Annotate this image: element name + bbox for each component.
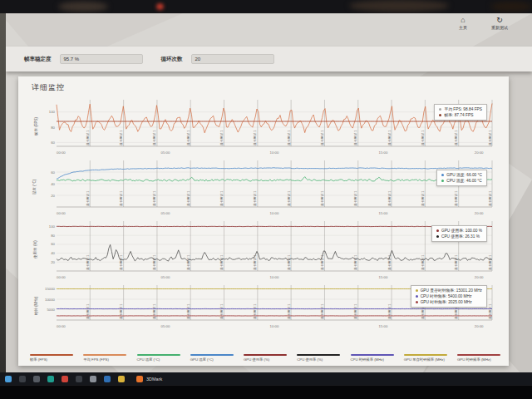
legend-label: 平均 FPS: 98.84 FPS [444,106,482,112]
series-color-bar [404,354,447,357]
taskbar-app-icon-6[interactable] [90,376,96,382]
svg-text:10000: 10000 [45,298,56,302]
svg-text:20: 20 [51,260,55,264]
background-blur [349,0,449,12]
svg-text:显卡测试 1: 显卡测试 1 [152,191,156,206]
taskbar-3dmark-button[interactable]: 3DMark [132,373,166,386]
usage-chart-plot: 20406080100显卡测试 1显卡测试 1显卡测试 1显卡测试 1显卡测试 … [38,219,495,280]
feedback-button[interactable]: ✉ 反馈 [524,16,532,30]
framerate-chart-legend: 平均 FPS: 98.84 FPS帧率: 87.74 FPS [434,104,487,121]
loop-count-label: 循环次数 [161,56,183,63]
loop-count-value[interactable]: 20 [191,54,274,64]
series-strip-label: 平均 FPS (FPS) [83,357,109,362]
svg-text:10:00: 10:00 [270,324,279,328]
svg-text:显卡测试 1: 显卡测试 1 [287,191,291,206]
svg-text:15:00: 15:00 [379,150,388,155]
svg-text:40: 40 [51,251,55,255]
series-color-bar [137,354,180,357]
svg-text:10:00: 10:00 [270,275,279,279]
svg-text:显卡测试 1: 显卡测试 1 [320,191,324,206]
svg-text:60: 60 [51,170,55,175]
svg-text:显卡测试 1: 显卡测试 1 [421,255,425,270]
svg-text:显卡测试 1: 显卡测试 1 [353,304,357,319]
svg-text:显卡测试 1: 显卡测试 1 [152,304,156,319]
legend-dot [416,301,418,303]
svg-text:显卡测试 1: 显卡测试 1 [219,304,224,319]
legend-label: CPU 时钟频率: 5400.00 MHz [421,293,472,299]
svg-text:00:00: 00:00 [57,150,66,155]
monitor-bezel [0,386,532,399]
windows-taskbar: 3DMark [0,372,532,386]
svg-text:10:00: 10:00 [270,211,279,215]
legend-dot [416,289,418,292]
taskbar-app-icon-2[interactable] [33,376,40,382]
svg-text:显卡测试 1: 显卡测试 1 [86,191,90,206]
usage-chart: 使用率 (%)20406080100显卡测试 1显卡测试 1显卡测试 1显卡测试… [30,219,497,280]
legend-dot [439,108,441,111]
svg-text:显卡测试 1: 显卡测试 1 [387,304,392,319]
svg-text:显卡测试 1: 显卡测试 1 [488,304,492,319]
series-strip-label: CPU 使用率 (%) [297,357,323,362]
legend-entry: CPU 时钟频率: 5400.00 MHz [416,293,482,299]
series-strip-item: 平均 FPS (FPS) [83,354,126,362]
svg-text:5000: 5000 [47,308,55,312]
svg-text:显卡测试 1: 显卡测试 1 [353,191,357,206]
usage-chart-y-axis-label: 使用率 (%) [33,240,37,259]
taskbar-app-icon-8[interactable] [118,376,125,382]
series-strip-item: GPU 温度 (°C) [190,354,234,362]
framerate-chart-y-axis-label: 帧率 (FPS) [34,117,38,135]
taskbar-app-icon-5[interactable] [76,376,82,382]
series-strip-item: CPU 时钟频率 (MHz) [351,354,394,362]
retest-button[interactable]: ↻ 重新测试 [487,16,512,30]
panel-title: 详细监控 [32,82,497,93]
legend-entry: GPU 使用率: 100.00 % [436,228,482,234]
svg-text:20:00: 20:00 [475,275,484,279]
legend-label: GPU 使用率: 100.00 % [441,228,482,234]
temperature-chart-plot: 204060显卡测试 1显卡测试 1显卡测试 1显卡测试 1显卡测试 1显卡测试… [38,158,495,216]
svg-text:显卡测试 1: 显卡测试 1 [152,255,156,270]
legend-dot [441,174,444,176]
temperature-chart-legend: GPU 温度: 66.00 °CCPU 温度: 46.00 °C [436,170,487,186]
loop-count-field: 循环次数 20 [161,54,274,64]
series-strip-label: GPU 使用率 (%) [244,357,269,362]
legend-entry: CPU 使用率: 26.31 % [436,234,482,239]
series-strip-label: CPU 温度 (°C) [137,357,160,362]
taskbar-app-icon-7[interactable] [104,376,111,382]
svg-text:显卡测试 1: 显卡测试 1 [320,304,324,319]
series-strip-label: GPU 温度 (°C) [190,357,214,362]
framerate-stability-value[interactable]: 95.7 % [60,54,143,64]
detailed-monitoring-panel: 详细监控 帧率 (FPS)6080100显卡测试 1显卡测试 1显卡测试 1显卡… [18,76,509,366]
taskbar-app-icon-1[interactable] [19,376,26,382]
series-legend-strip: 帧率 (FPS)平均 FPS (FPS)CPU 温度 (°C)GPU 温度 (°… [30,354,500,362]
svg-text:显卡测试 1: 显卡测试 1 [219,255,224,270]
temperature-chart: 温度 (°C)204060显卡测试 1显卡测试 1显卡测试 1显卡测试 1显卡测… [30,158,497,216]
framerate-stability-field: 帧率稳定度 95.7 % [24,54,143,64]
svg-text:显卡测试 1: 显卡测试 1 [119,191,123,206]
svg-text:显卡测试 1: 显卡测试 1 [488,191,492,206]
legend-label: GPU 温度: 66.00 °C [446,172,482,178]
svg-text:显卡测试 1: 显卡测试 1 [219,131,224,145]
background-blur [490,2,532,12]
taskbar-app-icon-3[interactable] [47,376,54,382]
svg-text:显卡测试 1: 显卡测试 1 [253,304,257,319]
series-strip-label: CPU 时钟频率 (MHz) [351,357,384,362]
svg-text:100: 100 [49,224,56,229]
svg-text:20:00: 20:00 [475,324,484,328]
svg-text:20:00: 20:00 [475,211,484,215]
home-button[interactable]: ⌂ 主页 [451,16,475,30]
legend-entry: 帧率: 87.74 FPS [439,112,482,118]
taskbar-app-icon-4[interactable] [62,376,68,382]
svg-text:显卡测试 1: 显卡测试 1 [353,131,357,145]
usage-chart-legend: GPU 使用率: 100.00 %CPU 使用率: 26.31 % [431,225,487,242]
svg-text:显卡测试 1: 显卡测试 1 [253,191,257,206]
svg-text:显卡测试 1: 显卡测试 1 [320,131,324,145]
legend-label: CPU 温度: 46.00 °C [446,178,481,184]
svg-text:00:00: 00:00 [57,275,66,279]
series-strip-item: GPU 显存时钟频率 (MHz) [404,354,447,362]
framerate-chart: 帧率 (FPS)6080100显卡测试 1显卡测试 1显卡测试 1显卡测试 1显… [30,97,497,155]
series-color-bar [457,354,500,357]
windows-start-icon[interactable] [5,376,12,382]
svg-text:15:00: 15:00 [379,211,388,215]
svg-text:20:00: 20:00 [475,150,484,155]
legend-entry: CPU 温度: 46.00 °C [441,178,482,184]
